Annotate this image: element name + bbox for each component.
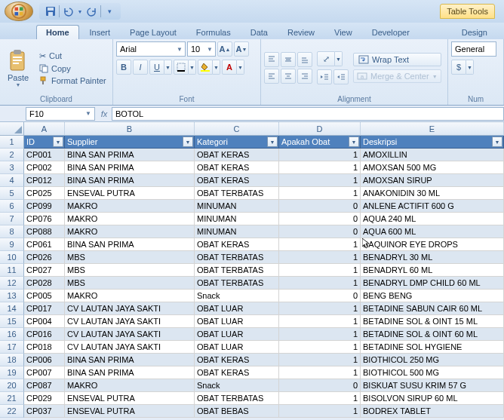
row-header[interactable]: 16 (0, 328, 24, 341)
cell[interactable]: OBAT BEBAS (195, 405, 279, 418)
row-header[interactable]: 22 (0, 405, 24, 418)
decrease-indent-button[interactable] (317, 69, 332, 84)
fx-icon[interactable]: fx (97, 109, 112, 118)
tab-view[interactable]: View (325, 26, 361, 39)
cell[interactable]: MBS (65, 277, 195, 290)
cell[interactable]: CP005 (24, 290, 65, 302)
cell[interactable]: BINA SAN PRIMA (65, 354, 195, 366)
cell[interactable]: CP029 (24, 392, 65, 405)
orientation-dropdown[interactable]: ▼ (335, 51, 343, 66)
cell[interactable]: CV LAUTAN JAYA SAKTI (65, 315, 195, 328)
cell[interactable]: BIOTHICOL 250 MG (361, 354, 504, 366)
cell[interactable]: OBAT KERAS (195, 366, 279, 379)
cell[interactable]: Snack (195, 290, 279, 302)
font-name-combo[interactable]: Arial▼ (116, 41, 186, 57)
row-header[interactable]: 2 (0, 149, 24, 161)
cell[interactable]: 1 (279, 277, 361, 290)
cell[interactable]: CV LAUTAN JAYA SAKTI (65, 341, 195, 354)
cell[interactable]: 0 (279, 213, 361, 225)
row-header[interactable]: 4 (0, 174, 24, 187)
cell[interactable]: OBAT LUAR (195, 341, 279, 354)
cell[interactable]: BISOLVON SIRUP 60 ML (361, 392, 504, 405)
paste-dropdown-icon[interactable]: ▼ (16, 82, 21, 87)
cell[interactable]: 0 (279, 290, 361, 302)
row-header[interactable]: 8 (0, 225, 24, 238)
cell[interactable]: CP088 (24, 225, 65, 238)
cell[interactable]: ENSEVAL PUTRA (65, 392, 195, 405)
header-cell-supplier[interactable]: Supplier▼ (65, 136, 195, 149)
cell[interactable]: AMOXILLIN (361, 149, 504, 161)
cell[interactable]: CP006 (24, 354, 65, 366)
cell[interactable]: MBS (65, 264, 195, 277)
cell[interactable]: MINUMAN (195, 213, 279, 225)
row-header[interactable]: 6 (0, 200, 24, 213)
orientation-button[interactable]: ⤢ (317, 51, 335, 66)
cell[interactable]: CP099 (24, 200, 65, 213)
cell[interactable]: 1 (279, 315, 361, 328)
cell[interactable]: CP012 (24, 174, 65, 187)
cell[interactable]: 1 (279, 354, 361, 366)
cell[interactable]: BENADRYL 30 ML (361, 251, 504, 264)
tab-page-layout[interactable]: Page Layout (121, 26, 186, 39)
cell[interactable]: OBAT TERBATAS (195, 277, 279, 290)
cell[interactable]: OBAT KERAS (195, 238, 279, 251)
cell[interactable]: OBAT LUAR (195, 315, 279, 328)
cell[interactable]: CP026 (24, 251, 65, 264)
cell[interactable]: CP037 (24, 405, 65, 418)
cell[interactable]: BINA SAN PRIMA (65, 149, 195, 161)
row-header[interactable]: 11 (0, 264, 24, 277)
fill-dropdown[interactable]: ▼ (213, 60, 220, 75)
qat-customize-icon[interactable]: ▾ (103, 5, 116, 18)
cell[interactable]: ENSEVAL PUTRA (65, 405, 195, 418)
cell[interactable]: BENG BENG (361, 290, 504, 302)
cell[interactable]: CP017 (24, 302, 65, 315)
row-header[interactable]: 3 (0, 161, 24, 174)
accounting-button[interactable]: $ (451, 60, 466, 75)
cell[interactable]: CP025 (24, 187, 65, 200)
cell[interactable]: AMOXSAN SIRUP (361, 174, 504, 187)
cell[interactable]: 1 (279, 251, 361, 264)
cell[interactable]: OBAT KERAS (195, 174, 279, 187)
cell[interactable]: ANAKONIDIN 30 ML (361, 187, 504, 200)
underline-button[interactable]: U (149, 60, 164, 75)
row-header[interactable]: 12 (0, 277, 24, 290)
row-header[interactable]: 5 (0, 187, 24, 200)
cell[interactable]: BINA SAN PRIMA (65, 238, 195, 251)
copy-button[interactable]: Copy (36, 63, 109, 74)
redo-icon[interactable] (85, 5, 99, 18)
undo-dropdown-icon[interactable]: ▼ (76, 5, 84, 18)
filter-icon[interactable]: ▼ (349, 136, 359, 147)
chevron-down-icon[interactable]: ▼ (85, 110, 91, 117)
fill-color-button[interactable] (198, 60, 213, 75)
border-dropdown[interactable]: ▼ (189, 60, 196, 75)
cell[interactable]: 0 (279, 200, 361, 213)
filter-icon[interactable]: ▼ (53, 136, 63, 147)
cell[interactable]: BENADRYL DMP CHILD 60 ML (361, 277, 504, 290)
tab-home[interactable]: Home (36, 25, 79, 39)
cell[interactable]: BETADINE SABUN CAIR 60 ML (361, 302, 504, 315)
align-bottom-button[interactable] (297, 52, 312, 67)
row-header[interactable]: 20 (0, 379, 24, 392)
row-header[interactable]: 15 (0, 315, 24, 328)
increase-indent-button[interactable] (333, 69, 349, 84)
cell[interactable]: 0 (279, 379, 361, 392)
filter-icon[interactable]: ▼ (267, 136, 278, 147)
cell[interactable]: BENADRYL 60 ML (361, 264, 504, 277)
merge-center-button[interactable]: aMerge & Center▼ (353, 69, 441, 83)
cell[interactable]: CP004 (24, 315, 65, 328)
cell[interactable]: MINUMAN (195, 225, 279, 238)
italic-button[interactable]: I (133, 60, 148, 75)
col-header-B[interactable]: B (65, 122, 195, 136)
cell[interactable]: MBS (65, 251, 195, 264)
select-all-button[interactable] (0, 122, 24, 136)
filter-icon[interactable]: ▼ (492, 136, 502, 147)
col-header-A[interactable]: A (24, 122, 65, 136)
cell[interactable]: CP061 (24, 238, 65, 251)
tab-formulas[interactable]: Formulas (187, 26, 240, 39)
cell[interactable]: BINA SAN PRIMA (65, 366, 195, 379)
row-header[interactable]: 9 (0, 238, 24, 251)
cell[interactable]: CP027 (24, 264, 65, 277)
cell[interactable]: ANLENE ACTIFIT 600 G (361, 200, 504, 213)
tab-developer[interactable]: Developer (363, 26, 419, 39)
underline-dropdown[interactable]: ▼ (164, 60, 172, 75)
